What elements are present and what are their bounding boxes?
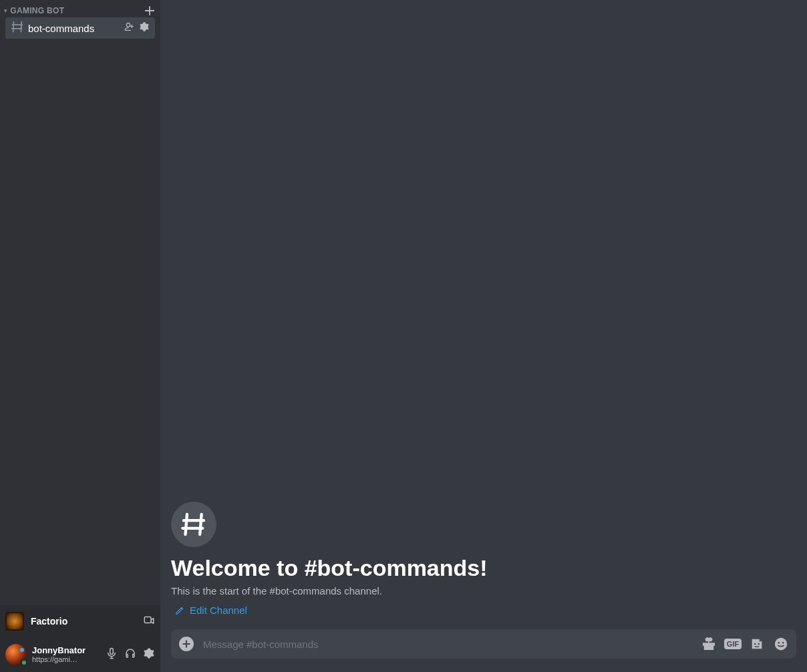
channel-bot-commands[interactable]: bot-commands [5,17,155,39]
game-activity-panel: Factorio [0,605,160,637]
invite-icon[interactable] [124,21,135,35]
svg-point-1 [754,643,756,645]
svg-point-4 [778,642,780,644]
stream-button[interactable] [143,614,155,629]
mute-button[interactable] [106,647,118,662]
user-meta[interactable]: JonnyBnator https://gami… [32,646,106,663]
create-channel-button[interactable] [144,5,155,16]
user-status: https://gami… [32,655,106,663]
pencil-icon [175,606,184,615]
edit-channel-link[interactable]: Edit Channel [175,605,796,616]
deafen-button[interactable] [124,647,136,662]
message-scroll[interactable]: Welcome to #bot-commands! This is the st… [160,0,807,629]
welcome-title: Welcome to #bot-commands! [171,555,796,581]
svg-point-5 [782,642,784,644]
status-online-icon [20,659,28,667]
sticker-button[interactable] [750,637,764,651]
message-input[interactable] [203,639,701,650]
composer-wrap: GIF [160,629,807,672]
welcome-hash-icon [171,502,216,547]
attach-button[interactable] [179,637,194,651]
channel-sidebar: ▾ GAMING BOT bot-commands Fac [0,0,160,672]
svg-point-2 [758,643,760,645]
channel-label: bot-commands [28,23,124,34]
category-header[interactable]: ▾ GAMING BOT [0,0,160,17]
svg-point-3 [775,638,787,650]
chat-area: Welcome to #bot-commands! This is the st… [160,0,807,672]
game-name: Factorio [31,616,67,627]
edit-channel-label: Edit Channel [190,605,247,616]
welcome-subtitle: This is the start of the #bot-commands c… [171,585,796,597]
game-icon [5,612,24,631]
chevron-down-icon: ▾ [4,7,7,14]
category-label: GAMING BOT [10,6,64,15]
settings-icon[interactable] [139,21,150,35]
channel-list: bot-commands [0,17,160,605]
gif-button[interactable]: GIF [725,637,740,651]
hash-icon [11,20,24,37]
gift-button[interactable] [701,637,716,651]
emoji-button[interactable] [774,637,788,651]
username: JonnyBnator [32,646,106,655]
user-panel: JonnyBnator https://gami… [0,637,160,672]
gif-label: GIF [724,639,742,649]
message-composer: GIF [171,629,796,659]
user-settings-button[interactable] [143,647,155,662]
svg-rect-0 [144,617,151,623]
avatar[interactable] [5,644,27,665]
